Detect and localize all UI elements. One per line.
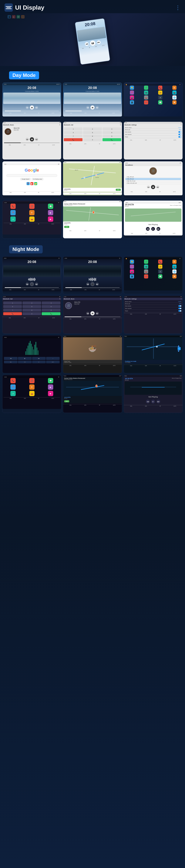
app-icon-maps[interactable]: 🌐	[173, 95, 177, 99]
dial-6[interactable]: 6	[103, 131, 121, 134]
dial-0[interactable]: 0	[83, 138, 102, 141]
dial-call[interactable]: 📞	[103, 138, 121, 141]
google-search-btn[interactable]: Google Search	[20, 178, 31, 180]
app-icon-carplay[interactable]: 🚗	[144, 95, 148, 99]
bt-call-back[interactable]: ✕	[120, 124, 121, 126]
file-item-3[interactable]: ♬ 华夏_YHE_YH.mp3	[125, 180, 181, 182]
night-carplay-extra[interactable]: ▶	[48, 384, 53, 390]
carplay-messages-icon[interactable]: 💬	[48, 204, 53, 209]
bt-next-btn[interactable]: ▶▶	[35, 138, 38, 141]
google-lucky-btn[interactable]: I'm Feeling Lucky	[32, 178, 43, 180]
hero-next-btn[interactable]: ▶▶	[97, 40, 101, 44]
menu-icon[interactable]	[4, 3, 13, 12]
bt-prev-btn[interactable]: ◀◀	[26, 138, 29, 141]
night-dial-4[interactable]: 4	[3, 305, 22, 308]
night-np-next[interactable]: ▶▶	[157, 400, 160, 403]
night-app-extra8[interactable]: 🛠	[173, 274, 177, 278]
dial-7[interactable]: 7	[64, 134, 82, 137]
dial-3[interactable]: 3	[103, 127, 121, 130]
bt-settings-back[interactable]: ✕	[181, 124, 182, 126]
night-app-telegram[interactable]: 👇	[130, 259, 134, 264]
night-music-next[interactable]: ▶▶	[96, 312, 99, 315]
night-dial-5[interactable]: 5	[23, 305, 41, 308]
google-maps-icon[interactable]: 📍	[27, 182, 30, 185]
night-call-back[interactable]: ✕	[59, 298, 60, 300]
night-play-btn-2[interactable]: ▮▮	[90, 282, 95, 286]
wave-btn-4[interactable]: AUTO	[46, 361, 60, 363]
night-carplay-phone[interactable]: 📞	[10, 378, 16, 383]
night-carplay-yt[interactable]: ▶	[48, 391, 53, 396]
night-power-toggle[interactable]	[178, 310, 181, 312]
night-dial-8[interactable]: 8	[23, 309, 41, 312]
dial-end[interactable]: 📞	[64, 138, 82, 141]
night-next-btn-1[interactable]: ▶▶	[35, 283, 38, 286]
play-btn-1[interactable]: ▮▮	[30, 105, 34, 110]
bt-play-btn[interactable]: ▮▮	[30, 137, 34, 142]
night-np-prev[interactable]: ◀◀	[146, 400, 150, 403]
app-icon-extra4[interactable]: 🛠	[173, 100, 177, 104]
app-icon-extra3[interactable]: 💬	[158, 100, 162, 104]
dial-1[interactable]: 1	[64, 127, 82, 130]
night-music-play[interactable]: ▮▮	[90, 311, 95, 315]
wave-ctrl-4[interactable]: ♬	[46, 357, 60, 360]
night-app-extra7[interactable]: 💬	[158, 274, 162, 278]
night-dial-1[interactable]: 1	[3, 302, 22, 305]
dots-menu-icon[interactable]: ⋮	[175, 4, 181, 11]
app-icon-nav[interactable]: 📍	[130, 91, 134, 95]
night-app-extra1[interactable]: 📷	[130, 270, 134, 274]
carplay-spotify-icon[interactable]: ♬	[10, 216, 16, 222]
night-next-btn-2[interactable]: ▶▶	[96, 283, 99, 286]
app-icon-telegram[interactable]: 👇	[130, 86, 134, 90]
night-carplay-music[interactable]: 🎵	[29, 378, 34, 383]
social-prev-btn[interactable]: ◀◀	[147, 186, 150, 189]
night-carplay-waze[interactable]: 🚗	[29, 391, 34, 396]
carplay-podcast-icon[interactable]: 🎙	[29, 210, 34, 215]
app-icon-radio[interactable]: 📻	[158, 91, 162, 95]
app-icon-bt[interactable]: 📺	[144, 91, 148, 95]
night-app-music[interactable]: 🎵	[144, 259, 148, 264]
app-icon-music[interactable]: 🎵	[144, 86, 148, 90]
night-np-play[interactable]: ▶	[151, 400, 155, 403]
bt-music-back[interactable]: ✕	[59, 124, 60, 126]
wave-btn-1[interactable]: DAIL	[4, 361, 18, 363]
night-prev-btn-2[interactable]: ◀◀	[86, 283, 89, 286]
night-dial-3[interactable]: 3	[42, 302, 60, 305]
next-btn-1[interactable]: ▶▶	[35, 106, 38, 109]
wave-btn-2[interactable]: GPS	[18, 361, 31, 363]
carplay-music-icon[interactable]: 🎵	[29, 204, 34, 209]
carplay-extra-icon[interactable]: ▶	[48, 210, 53, 215]
app-icon-spotify[interactable]: ♬	[158, 95, 162, 99]
night-app-phone[interactable]: 📞	[158, 259, 162, 264]
dial-9[interactable]: 9	[103, 134, 121, 137]
hero-prev-btn[interactable]: ◀◀	[85, 42, 89, 46]
file-item-4[interactable]: ♬ 华夏_读小角_美好.mp3	[125, 182, 181, 184]
night-app-radio[interactable]: 📻	[158, 265, 162, 269]
wave-ctrl-1[interactable]: ◀◀	[4, 357, 18, 360]
prev-btn-1[interactable]: ◀◀	[26, 106, 29, 109]
auto-connect-toggle[interactable]	[178, 134, 181, 135]
np-prev-btn[interactable]: ◀◀	[146, 227, 150, 231]
night-settings-back[interactable]: ✕	[181, 298, 182, 300]
night-app-video[interactable]: 🎬	[173, 265, 177, 269]
night-play-btn-1[interactable]: ▶	[30, 282, 34, 286]
map-go-btn[interactable]: GO	[116, 189, 121, 191]
next-btn-2[interactable]: ▶▶	[96, 106, 99, 109]
app-icon-waze[interactable]: 📷	[130, 95, 134, 99]
night-app-extra5[interactable]: 📱	[130, 274, 134, 278]
dial-4[interactable]: 4	[64, 131, 82, 134]
night-carplay-podcast[interactable]: 🎙	[29, 384, 34, 390]
carplay-maps-icon[interactable]: 📍	[10, 210, 16, 215]
play-btn-2[interactable]: ▮▮	[90, 105, 95, 110]
night-app-nav[interactable]: 📍	[130, 265, 134, 269]
wave-ctrl-2[interactable]: ▮▮	[18, 357, 31, 360]
hero-play-btn[interactable]: ▮▮	[90, 40, 96, 46]
night-prev-btn-1[interactable]: ◀◀	[26, 283, 29, 286]
app-icon-settings[interactable]: ⚙	[173, 86, 177, 90]
night-carplay-maps[interactable]: 📍	[10, 384, 16, 390]
google-drive-icon[interactable]: 📂	[34, 182, 37, 185]
dial-8[interactable]: 8	[83, 134, 102, 137]
night-dial-0[interactable]: 0	[23, 312, 41, 315]
night-dial-7[interactable]: 7	[3, 309, 22, 312]
carplay-phone-icon[interactable]: 📞	[10, 204, 16, 209]
night-carplay-spotify[interactable]: ♬	[10, 391, 16, 396]
